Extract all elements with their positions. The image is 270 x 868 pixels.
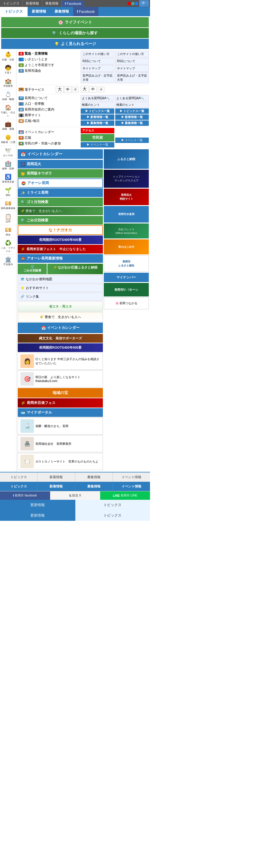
- topics-update1[interactable]: トピックス: [75, 500, 150, 510]
- sidebar-item-marriage[interactable]: 💍 結婚・離婚: [0, 90, 16, 103]
- text-medium[interactable]: 中: [64, 87, 71, 93]
- mynaportal-link[interactable]: 🪪 マイナポータル: [18, 408, 103, 417]
- gomi-btn[interactable]: 🗑️ ごみ分別除算: [18, 264, 47, 274]
- topics-list-link[interactable]: ▶ トピックス一覧: [81, 108, 114, 114]
- gastro-banner[interactable]: 🍽️ ガストロノミーサイト 世界のものものたちよ: [18, 453, 103, 470]
- news-list-link2[interactable]: ▶ 新着情報一覧: [115, 115, 149, 120]
- benri-chizu-link[interactable]: 🗺️ ながおか便利地図: [18, 275, 103, 283]
- cityhall-link[interactable]: 市民室: [81, 134, 114, 142]
- faq-link2[interactable]: よくある質問Q&A 🔍: [115, 95, 149, 101]
- komefes-link[interactable]: 🌾 長岡米百俵フェスト 中止になりました: [18, 245, 103, 253]
- koho-link[interactable]: 📰 広報♪毎日: [18, 118, 80, 124]
- jinko-link[interactable]: 👥 人口・世帯数: [18, 101, 80, 106]
- sidebar-item-health[interactable]: 🏥 健康・医療: [0, 159, 16, 172]
- subnav-facebook[interactable]: f Facebook: [73, 7, 98, 16]
- events-list-link[interactable]: ▶ イベント一覧: [81, 142, 114, 148]
- innovation-banner[interactable]: トップイノベーションマッチングスクエア: [104, 170, 149, 188]
- hint-link2[interactable]: 検索のヒント: [115, 102, 149, 108]
- event-calendar-banner[interactable]: 📅 イベントカレンダー: [18, 149, 103, 159]
- update-info2[interactable]: 更新情報: [0, 510, 75, 521]
- sidebar-item-education[interactable]: 🏫 学校教育: [0, 76, 16, 90]
- mynumber-banner[interactable]: マイナンバー: [104, 273, 149, 282]
- text-large[interactable]: 大: [56, 86, 64, 93]
- rss-link[interactable]: RSSについて: [81, 58, 114, 65]
- shiyakusho-link[interactable]: 🏢 長岡市役所のご案内: [18, 106, 80, 112]
- furusato-right-banner[interactable]: ふるさと納税: [104, 149, 149, 169]
- faq-link[interactable]: よくある質問Q&A 🔍: [81, 95, 114, 101]
- text-large2[interactable]: 大: [81, 86, 89, 93]
- sidebar-item-employment[interactable]: 💼 就職・退職: [0, 119, 16, 132]
- nakamura-banner[interactable]: 👩 行くと知ります 中村三歩子さんの悩みを相談させていただいた: [18, 352, 103, 370]
- footer-tab-news2[interactable]: 新着情報: [37, 482, 75, 491]
- hakubaku-banner[interactable]: 🎯 明日の夜 より楽しくなるサイトthakubaku3.com: [18, 370, 103, 388]
- boshu-list-link2[interactable]: ▶ 募集情報一覧: [115, 120, 149, 126]
- sidebar-item-welfare[interactable]: 🌱 福祉: [0, 185, 16, 198]
- roots-link[interactable]: 長岡開府ROOTS400年400景: [18, 236, 103, 244]
- castle-banner[interactable]: 🏯 長岡城址会社 長岡事業所: [18, 435, 103, 452]
- hint-link[interactable]: 検索のヒント: [81, 102, 114, 108]
- sidebar-item-pregnancy[interactable]: 👶 妊娠・出産: [0, 50, 16, 63]
- voice-up-link[interactable]: 音声読み上げ・文字拡大等: [81, 72, 114, 83]
- social-twitter[interactable]: 𝕏 防災 X: [50, 491, 100, 500]
- bunka-banner[interactable]: 縄文文化 発信サポーターズ: [18, 334, 103, 343]
- topnav-news[interactable]: 新着情報: [23, 0, 42, 7]
- hajime-banner[interactable]: 長のはじめ方: [104, 239, 149, 254]
- furusato-btn[interactable]: 🌾 ながおか応援ふるさと納税: [47, 264, 103, 274]
- sene-banner[interactable]: 省エネ・再エネ: [18, 302, 103, 311]
- text-small2[interactable]: 小: [98, 87, 104, 92]
- footer-tab-events1[interactable]: イベント情報: [113, 472, 150, 482]
- suido-banner[interactable]: 長岡市水道局: [104, 206, 149, 222]
- popular-banner[interactable]: 💡 よく見られるページ: [1, 39, 149, 49]
- subnav-boshu[interactable]: 募集情報: [50, 7, 73, 16]
- lifeevent-banner[interactable]: 🌸 ライフイベント: [1, 17, 149, 27]
- denshi-link[interactable]: 💻 電子サービス: [18, 86, 49, 93]
- sidebar-item-certificate[interactable]: 📋 証明: [0, 212, 16, 225]
- footer-tab-topics2[interactable]: トピックス: [0, 482, 37, 491]
- footer-tab-news1[interactable]: 新着情報: [37, 472, 75, 482]
- sitemap-link[interactable]: サイトマップ: [81, 65, 114, 72]
- boshu-list-link[interactable]: ▶ 募集情報一覧: [81, 120, 114, 126]
- footer-tab-events2[interactable]: イベント情報: [113, 482, 150, 491]
- text-medium2[interactable]: 中: [90, 86, 97, 93]
- osusume-link[interactable]: ⭐ おすすめサイト: [18, 284, 103, 292]
- social-facebook[interactable]: f 長岡市 facebook: [0, 491, 50, 500]
- komefes2-banner[interactable]: 🌾 長岡米百俵フェス: [18, 398, 103, 408]
- sidebar-item-childcare[interactable]: 🧒 子育て: [0, 63, 16, 76]
- topnav-boshu[interactable]: 募集情報: [42, 0, 62, 7]
- footer-tab-boshu1[interactable]: 募集情報: [75, 472, 113, 482]
- search-button[interactable]: 🔍: [139, 0, 149, 7]
- footer-tab-topics1[interactable]: トピックス: [0, 472, 37, 482]
- gomi-search2-link[interactable]: 🔍 ごみ分別検索: [18, 216, 103, 225]
- uiturn-banner[interactable]: 長岡市U・Iターン: [104, 283, 149, 297]
- hanabi-link[interactable]: 🎆 長岡花火: [18, 160, 103, 168]
- nagaoka-net-banner[interactable]: 🌸 長岡つながる: [104, 297, 149, 309]
- toyo-banner[interactable]: 🌾 豊食で 生きがいを人へ: [18, 207, 103, 215]
- topics-list-link2[interactable]: ▶ トピックス一覧: [115, 108, 149, 114]
- subnav-news[interactable]: 新着情報: [28, 7, 50, 16]
- sidebar-item-disability[interactable]: ♿ 障害者支援: [0, 172, 16, 185]
- nagaoka-right-banner[interactable]: 長岡花火特設サイト: [104, 189, 149, 205]
- social-line[interactable]: LINE 長岡市 LINE: [100, 491, 150, 500]
- site-usage-link[interactable]: このサイトの使い方: [81, 51, 114, 57]
- koho2-link[interactable]: 📢 広報: [18, 135, 80, 141]
- sitemap-link2[interactable]: サイトマップ: [115, 65, 149, 72]
- voice-up-link2[interactable]: 音声読み上げ・文字拡大等: [115, 72, 149, 83]
- sidebar-item-office[interactable]: 🏛️ 庁舎案内: [0, 255, 16, 268]
- hasshya-banner[interactable]: 🍶 発酵・醸造のまち、長岡: [18, 417, 103, 435]
- event-cal-link[interactable]: 📅 イベントカレンダー: [18, 129, 80, 135]
- links2-banner[interactable]: 地域の宝: [18, 388, 103, 398]
- sidebar-item-garbage[interactable]: ♻️ ごみ・リサイクル: [0, 238, 16, 255]
- sidebar-item-elderly[interactable]: 👴 高齢者・介護: [0, 132, 16, 146]
- sidebar-item-bereavement[interactable]: 🕊️ おくやみ: [0, 146, 16, 159]
- footer-tab-boshu2[interactable]: 募集情報: [75, 482, 113, 491]
- lifestyle-banner[interactable]: 🔍 くらしの場面から探す: [1, 28, 149, 38]
- text-small[interactable]: 小: [72, 87, 78, 92]
- subnav-topics[interactable]: トピックス: [0, 7, 28, 16]
- topnav-facebook[interactable]: f Facebook: [62, 1, 84, 7]
- emergency-link[interactable]: 🚨 緊急・災害情報: [18, 51, 80, 57]
- keitai-link[interactable]: 📱 携帯サイト: [18, 112, 80, 118]
- events-list-link2[interactable]: ▶ イベント一覧: [115, 137, 149, 143]
- welcome-link[interactable]: 👋 ようこそ市長室です: [18, 62, 80, 68]
- sidebar-item-tax[interactable]: 💴 税金: [0, 225, 16, 238]
- kosonabi-banner2[interactable]: 🌾 豊食で 生きがいを人へ: [18, 312, 103, 322]
